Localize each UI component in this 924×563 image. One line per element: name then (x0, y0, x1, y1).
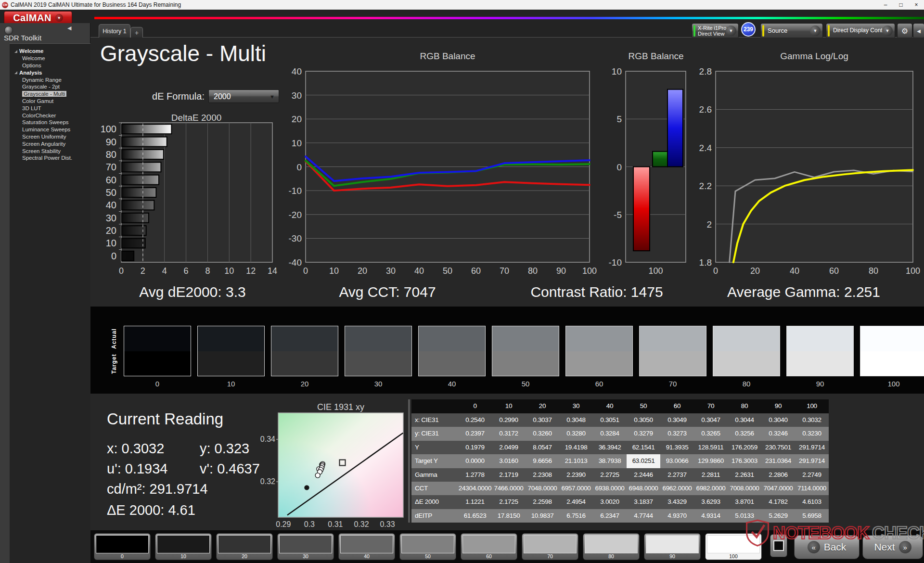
pattern-button-60[interactable]: 60 (461, 533, 517, 560)
table-cell: 128.5911 (694, 441, 728, 454)
table-cell: 2.1725 (492, 495, 526, 509)
sidebar-item-welcome[interactable]: Welcome (10, 55, 90, 62)
sidebar-item-grayscale-2pt[interactable]: Grayscale - 2pt (10, 83, 90, 90)
maximize-button[interactable]: □ (893, 1, 909, 8)
collapse-panel-button[interactable]: ◀ (913, 23, 924, 38)
settings-button[interactable]: ⚙ (897, 23, 912, 38)
table-cell: 62.1541 (627, 441, 660, 454)
chevron-left-icon: ◀ (917, 28, 921, 34)
sidebar-item-spectral-power-dist[interactable]: Spectral Power Dist. (10, 154, 90, 162)
pattern-swatch (279, 535, 332, 553)
table-cell: 0.3284 (593, 427, 627, 440)
pattern-level-label: 30 (278, 553, 334, 559)
de-bar-20 (122, 226, 146, 235)
sidebar-item-3d-lut[interactable]: 3D LUT (10, 105, 90, 112)
svg-text:4: 4 (162, 266, 167, 276)
reading-x: x: 0.3032 (107, 441, 164, 457)
measurement-table: 0102030405060708090100x: CIE310.25400.29… (411, 399, 829, 523)
table-cell: 21.1013 (559, 454, 593, 468)
pattern-button-70[interactable]: 70 (522, 533, 578, 560)
pattern-button-30[interactable]: 30 (277, 533, 334, 560)
sidebar-group-welcome[interactable]: Welcome (10, 48, 90, 55)
svg-text:-5: -5 (614, 210, 622, 220)
avg-de-readout: Avg dE2000: 3.3 (139, 284, 245, 300)
pattern-button-50[interactable]: 50 (399, 533, 456, 560)
pattern-button-40[interactable]: 40 (338, 533, 395, 560)
svg-text:40: 40 (414, 266, 424, 276)
svg-text:-30: -30 (289, 233, 302, 243)
de-bar-10 (122, 238, 145, 248)
sidebar-group-analysis[interactable]: Analysis (10, 69, 90, 77)
svg-text:0.29: 0.29 (276, 520, 291, 527)
svg-text:12: 12 (246, 266, 256, 276)
source-dropdown[interactable]: Source ▼ (760, 23, 823, 38)
grayscale-tile-0 (124, 326, 191, 376)
svg-text:90: 90 (556, 266, 566, 276)
pattern-swatch (401, 535, 454, 553)
sidebar-item-dynamic-range[interactable]: Dynamic Range (10, 77, 90, 84)
calman-logo-button[interactable]: CalMAN ▼ (4, 11, 72, 25)
sidebar-item-color-gamut[interactable]: Color Gamut (10, 98, 90, 105)
table-cell: 7008.0000 (728, 482, 761, 495)
svg-text:40: 40 (292, 66, 302, 77)
table-cell: 7466.0000 (492, 482, 526, 495)
de-formula-dropdown[interactable]: 2000 ▼ (208, 90, 279, 103)
sidebar-item-saturation-sweeps[interactable]: Saturation Sweeps (10, 119, 90, 126)
pattern-button-80[interactable]: 80 (583, 533, 640, 560)
sidebar-item-luminance-sweeps[interactable]: Luminance Sweeps (10, 126, 90, 133)
target-swatch (271, 351, 338, 376)
svg-text:20: 20 (750, 266, 760, 276)
display-control-dropdown[interactable]: Direct Display Control ▼ (826, 23, 895, 38)
chevron-down-icon: ▼ (270, 90, 275, 103)
tab-history-label: History 1 (103, 28, 126, 35)
table-cell: 0.3044 (728, 413, 761, 427)
table-cell: 3.4329 (660, 495, 694, 509)
sidebar-item-screen-uniformity[interactable]: Screen Uniformity (10, 133, 90, 141)
sidebar-collapse-icon[interactable]: ◀ (67, 25, 71, 31)
row-label: Y (411, 441, 458, 454)
pattern-button-90[interactable]: 90 (644, 533, 701, 560)
measurement-point (315, 473, 320, 478)
pattern-button-20[interactable]: 20 (216, 533, 273, 560)
de-bar-100 (122, 124, 171, 134)
expander-icon (14, 50, 17, 53)
add-tab-button[interactable]: + (130, 27, 143, 38)
target-swatch (640, 351, 706, 376)
pattern-swatch (340, 535, 393, 553)
swatch-level-label: 0 (124, 380, 191, 388)
row-label: x: CIE31 (411, 413, 458, 427)
svg-text:0.33: 0.33 (380, 520, 395, 527)
pattern-swatch (96, 535, 149, 553)
meter-dropdown[interactable]: X-Rite i1Pro 2 Direct View ▼ (692, 23, 739, 38)
table-cell: 93.0066 (660, 454, 694, 468)
de-bar-60 (122, 175, 159, 185)
balance-bar-green (653, 152, 667, 167)
svg-text:2.8: 2.8 (699, 66, 712, 77)
grayscale-tile-100 (860, 326, 924, 376)
sidebar-item-grayscale-multi[interactable]: Grayscale - Multi (10, 90, 90, 98)
svg-text:70: 70 (106, 162, 116, 172)
pattern-button-10[interactable]: 10 (155, 533, 212, 560)
page-title: Grayscale - Multi (100, 40, 266, 66)
svg-text:10: 10 (612, 66, 622, 77)
sidebar-item-screen-stability[interactable]: Screen Stability (10, 148, 90, 155)
pattern-swatch (585, 535, 638, 553)
table-cell: 129.9860 (694, 454, 728, 468)
tab-history-1[interactable]: History 1 (99, 24, 130, 38)
close-button[interactable]: × (909, 1, 924, 8)
chevron-down-icon: ▼ (55, 14, 63, 22)
pattern-button-0[interactable]: 0 (94, 533, 151, 560)
pattern-swatch (524, 535, 577, 553)
table-row-e-2000: ΔE 20001.12212.17252.25982.49543.00203.1… (411, 495, 829, 509)
grayscale-comparison-band: Actual Target 0102030405060708090100 (90, 307, 924, 394)
pattern-level-label: 80 (583, 553, 639, 559)
table-splitter[interactable] (408, 399, 410, 523)
svg-text:6: 6 (184, 266, 189, 276)
pattern-level-label: 90 (644, 553, 700, 559)
sidebar-item-label: ColorChecker (22, 113, 56, 118)
meter-count-badge[interactable]: 239 (741, 22, 756, 37)
sidebar-item-options[interactable]: Options (10, 62, 90, 69)
sidebar-item-screen-angularity[interactable]: Screen Angularity (10, 141, 90, 148)
sidebar-item-colorchecker[interactable]: ColorChecker (10, 112, 90, 119)
minimize-button[interactable]: – (878, 1, 893, 8)
